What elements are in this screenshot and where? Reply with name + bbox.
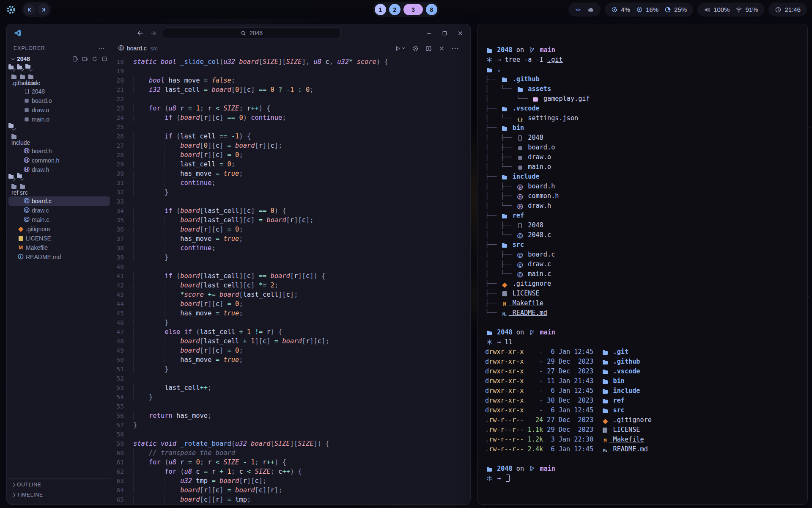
code-line[interactable]: 34 if (board[last_cell][c] == 0) { <box>112 206 470 215</box>
code-line[interactable]: 42 board[last_cell][c] *= 2; <box>112 281 470 290</box>
explorer-item-src[interactable]: src <box>17 174 22 178</box>
code-line[interactable]: 35 board[last_cell][c] = board[r][c]; <box>112 215 470 225</box>
explorer-item-board.c[interactable]: Ⓒboard.c <box>8 196 110 206</box>
explorer-item-.github[interactable]: .github <box>8 66 14 69</box>
code-line[interactable]: 58 <box>112 430 470 439</box>
code-line[interactable]: 22 <box>112 94 470 104</box>
nav-back-icon[interactable] <box>137 30 144 37</box>
code-line[interactable]: 30 has_move = true; <box>112 169 470 178</box>
clock-widget[interactable]: 21:46 <box>768 3 807 17</box>
vscode-titlebar[interactable]: 2048 <box>7 24 470 42</box>
settings-button[interactable] <box>412 45 419 52</box>
code-line[interactable]: 27 board[0][c] = board[r][c]; <box>112 141 470 150</box>
code-line[interactable]: 57} <box>112 420 470 430</box>
code-line[interactable]: 60 // transpose the board <box>112 448 470 458</box>
outline-section[interactable]: OUTLINE <box>7 480 112 490</box>
code-line[interactable]: 54 } <box>112 392 470 402</box>
code-line[interactable]: 23 for (u8 r = 1; r < SIZE; r++) { <box>112 104 470 113</box>
explorer-item-Makefile[interactable]: MMakefile <box>8 243 110 252</box>
code-line[interactable]: 32 } <box>112 188 470 197</box>
code-line[interactable]: 61 for (u8 r = 0; r < SIZE - 1; r++) { <box>112 458 470 467</box>
code-line[interactable]: 18static bool _slide_col(u32 board[SIZE]… <box>112 57 470 66</box>
code-line[interactable]: 52 <box>112 374 470 383</box>
explorer-item-common.h[interactable]: Ⓗcommon.h <box>8 156 110 165</box>
code-line[interactable]: 37 has_move = true; <box>112 234 470 243</box>
code-line[interactable]: 39 } <box>112 253 470 262</box>
split-editor-button[interactable] <box>425 45 432 52</box>
explorer-item-2048[interactable]: 2048 <box>8 87 110 96</box>
system-logo-icon[interactable] <box>5 4 17 16</box>
code-line[interactable]: 62 for (u8 c = r + 1; c < SIZE; c++) { <box>112 467 470 476</box>
explorer-item-ref[interactable]: ref <box>8 175 14 179</box>
skip-back-button[interactable] <box>24 4 35 15</box>
workspace-3-active[interactable]: 3 <box>403 4 423 15</box>
explorer-item-bin[interactable]: bin <box>25 65 30 69</box>
more-actions-icon[interactable]: ··· <box>452 45 459 52</box>
code-line[interactable]: 20 bool has_move = false; <box>112 76 470 85</box>
explorer-item-draw.h[interactable]: Ⓗdraw.h <box>8 165 110 174</box>
explorer-item-include[interactable]: include <box>8 124 14 128</box>
code-line[interactable]: 28 board[r][c] = 0; <box>112 150 470 160</box>
explorer-item-draw.c[interactable]: Ⓒdraw.c <box>8 206 110 215</box>
explorer-item-LICENSE[interactable]: LICENSE <box>8 234 110 243</box>
explorer-item-board.h[interactable]: Ⓗboard.h <box>8 146 110 156</box>
code-line[interactable]: 24 if (board[r][c] == 0) continue; <box>112 113 470 122</box>
close-editor-button[interactable] <box>439 45 445 52</box>
code-line[interactable]: 56 return has_move; <box>112 411 470 420</box>
code-line[interactable]: 21 i32 last_cell = board[0][c] == 0 ? -1… <box>112 85 470 94</box>
explorer-item-.gitignore[interactable]: .gitignore <box>8 224 110 234</box>
nav-forward-icon[interactable] <box>150 30 157 37</box>
weather-widget[interactable] <box>568 3 601 17</box>
code-line[interactable]: 46 } <box>112 318 470 327</box>
code-line[interactable]: 50 has_move = true; <box>112 355 470 364</box>
explorer-item-board.o[interactable]: board.o <box>8 96 110 105</box>
explorer-item-README.md[interactable]: ⓘREADME.md <box>8 252 110 262</box>
explorer-root-folder[interactable]: 2048 <box>7 54 112 64</box>
workspace-2[interactable]: 2 <box>389 4 401 15</box>
code-line[interactable]: 29 last_cell = 0; <box>112 160 470 169</box>
code-line[interactable]: 59static void _rotate_board(u32 board[SI… <box>112 439 470 448</box>
terminal-window[interactable]: 2048 on main → tree -a -I .git .├── .git… <box>477 24 808 505</box>
code-line[interactable]: 41 if (board[last_cell][c] == board[r][c… <box>112 271 470 281</box>
code-line[interactable]: 38 continue; <box>112 243 470 253</box>
code-line[interactable]: 49 board[r][c] = 0; <box>112 346 470 355</box>
minimize-button[interactable] <box>426 30 432 36</box>
collapse-folders-button[interactable] <box>102 56 107 62</box>
refresh-button[interactable] <box>92 56 98 62</box>
code-line[interactable]: 44 board[r][c] = 0; <box>112 299 470 309</box>
code-line[interactable]: 31 continue; <box>112 178 470 188</box>
code-line[interactable]: 63 u32 tmp = board[r][c]; <box>112 476 470 486</box>
code-line[interactable]: 26 if (last_cell == -1) { <box>112 132 470 141</box>
code-line[interactable]: 36 board[r][c] = 0; <box>112 225 470 234</box>
code-editor[interactable]: 18static bool _slide_col(u32 board[SIZE]… <box>112 55 470 504</box>
close-button[interactable] <box>457 30 464 36</box>
workspace-8[interactable]: 8 <box>426 4 437 15</box>
explorer-item-draw.o[interactable]: draw.o <box>8 105 110 115</box>
command-search-box[interactable]: 2048 <box>163 28 340 39</box>
code-line[interactable]: 55 <box>112 402 470 411</box>
code-line[interactable]: 47 else if (last_cell + 1 != r) { <box>112 327 470 337</box>
code-line[interactable]: 51 } <box>112 364 470 374</box>
new-folder-button[interactable] <box>82 56 88 62</box>
system-stats-widget[interactable]: 4% 16% 25% <box>605 3 693 17</box>
code-line[interactable]: 48 board[last_cell + 1][c] = board[r][c]… <box>112 337 470 346</box>
terminal-cursor[interactable] <box>506 475 510 482</box>
code-line[interactable]: 19 <box>112 66 470 76</box>
skip-forward-button[interactable] <box>38 4 49 15</box>
code-line[interactable]: 40 <box>112 262 470 271</box>
explorer-item-main.c[interactable]: Ⓒmain.c <box>8 215 110 224</box>
explorer-more-icon[interactable]: ··· <box>99 45 105 51</box>
run-button[interactable] <box>395 45 406 52</box>
code-line[interactable]: 64 board[r][c] = board[c][r]; <box>112 486 470 495</box>
code-line[interactable]: 43 *score += board[last_cell][c]; <box>112 290 470 299</box>
code-line[interactable]: 53 last_cell++; <box>112 383 470 392</box>
maximize-button[interactable] <box>442 30 448 36</box>
tab-filename[interactable]: board.c <box>127 45 147 52</box>
explorer-item-.vscode[interactable]: .vscode <box>17 66 22 69</box>
code-line[interactable]: 45 has_move = true; <box>112 309 470 318</box>
code-line[interactable]: 25 <box>112 122 470 132</box>
workspace-1[interactable]: 1 <box>375 4 386 15</box>
new-file-button[interactable] <box>72 56 78 62</box>
code-line[interactable]: 33 <box>112 197 470 206</box>
code-line[interactable]: 65 board[c][r] = tmp; <box>112 495 470 504</box>
